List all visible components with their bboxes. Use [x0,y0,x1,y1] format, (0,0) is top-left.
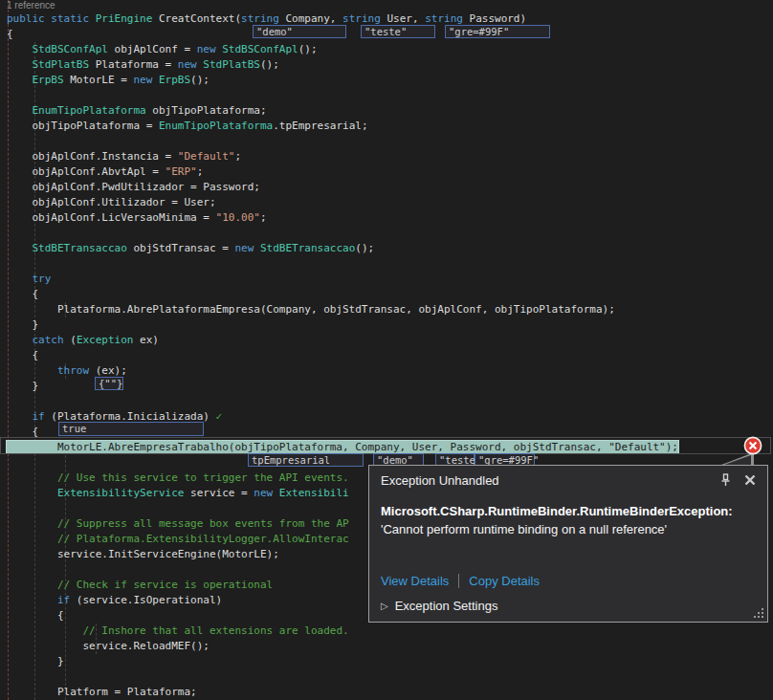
code-line [0,88,773,103]
debugger-datatip[interactable]: "demo" [253,25,346,38]
view-details-link[interactable]: View Details [381,574,449,588]
current-statement-highlight: MotorLE.AbreEmpresaTrabalho(objTipoPlata… [7,441,678,453]
code-line: objTipoPlataforma = EnumTipoPlataforma.t… [0,119,773,134]
code-line: StdBETransaccao objStdTransac = new StdB… [0,241,773,256]
expander-triangle-icon: ▷ [381,601,388,611]
debugger-datatip[interactable]: "teste" [361,25,435,38]
code-line: try [0,272,773,287]
debugger-datatip[interactable]: {""} [95,377,123,390]
code-line: service.ReloadMEF(); [0,639,773,654]
close-icon [744,474,756,486]
code-line: // Inshore that all extensions are loade… [0,623,773,639]
code-line [0,134,773,149]
copy-details-link[interactable]: Copy Details [469,574,540,588]
debugger-datatip[interactable]: true [58,422,204,436]
code-line: objAplConf.PwdUtilizador = Password; [0,180,773,195]
code-line: EnumTipoPlataforma objTipoPlataforma; [0,103,773,119]
code-line: { [0,348,773,363]
code-line: catch (Exception ex) [0,333,773,348]
codelens-references[interactable]: 1 reference [7,0,55,11]
pin-button[interactable] [716,472,735,488]
link-separator [458,574,459,588]
exception-message: Microsoft.CSharp.RuntimeBinder.RuntimeBi… [369,488,767,538]
exception-text: 'Cannot perform runtime binding on a nul… [381,522,667,536]
resize-grip[interactable] [754,608,764,619]
debugger-datatip[interactable]: tpEmpresarial [248,453,364,467]
code-line: ErpBS MotorLE = new ErpBS(); [0,73,773,88]
code-line [0,256,773,272]
exception-type: Microsoft.CSharp.RuntimeBinder.RuntimeBi… [381,504,733,518]
code-line: objAplConf.AbvtApl = "ERP"; [0,164,773,180]
code-line: } [0,654,773,669]
code-line: Plataforma.AbrePlataformaEmpresa(Company… [0,302,773,317]
exception-settings-expander[interactable]: ▷ Exception Settings [381,599,497,613]
code-line [0,669,773,685]
code-line [0,226,773,241]
exception-settings-label: Exception Settings [395,599,498,613]
code-line: objAplConf.Utilizador = User; [0,195,773,210]
code-line: objAplConf.LicVersaoMinima = "10.00"; [0,210,773,226]
close-button[interactable] [740,472,760,488]
code-line: StdBSConfApl objAplConf = new StdBSConfA… [0,42,773,57]
exception-popup-title: Exception Unhandled [381,473,710,488]
debugger-datatip[interactable]: "gre=#99F" [445,25,550,38]
code-line: StdPlatBS Plataforma = new StdPlatBS(); [0,57,773,73]
code-line [0,394,773,409]
code-line: { [0,287,773,302]
pin-icon [720,473,731,487]
code-line: objAplConf.Instancia = "Default"; [0,149,773,164]
exception-popup-header: Exception Unhandled [369,466,767,488]
exception-popup: Exception Unhandled Microsoft.CSharp.Run… [368,465,768,623]
popup-callout-arrow [724,455,751,465]
code-line: Platform = Plataforma; [0,685,773,700]
code-line: } [0,317,773,333]
exception-error-icon[interactable] [743,436,762,455]
